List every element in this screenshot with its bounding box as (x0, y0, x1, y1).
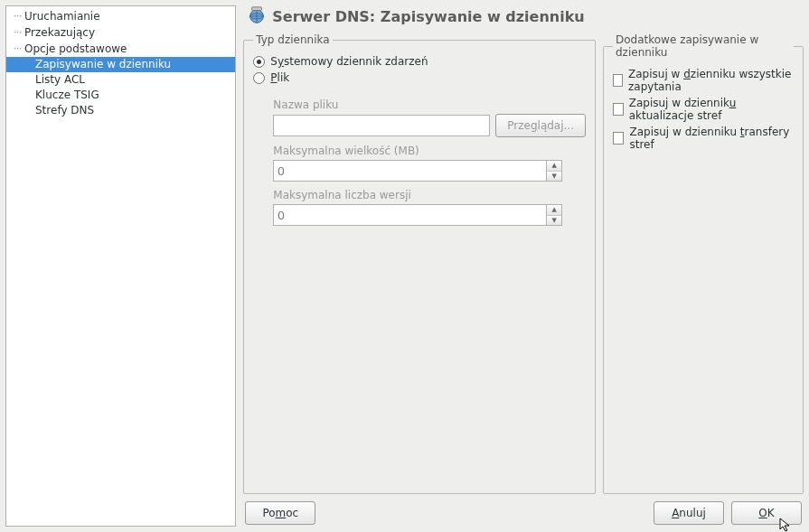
group-log-type-legend: Typ dziennika (253, 33, 332, 46)
check-log-queries[interactable] (613, 74, 623, 87)
dns-icon (247, 5, 267, 28)
radio-file-log-label: Plik (270, 71, 289, 84)
page-header: Serwer DNS: Zapisywanie w dzienniku (243, 5, 804, 33)
page-title: Serwer DNS: Zapisywanie w dzienniku (272, 8, 584, 25)
check-log-updates-label: Zapisuj w dzienniku aktualizacje stref (629, 97, 794, 122)
group-log-type: Typ dziennika Systemowy dziennik zdarzeń… (243, 33, 596, 494)
sidebar-item-tsig[interactable]: Klucze TSIG (6, 88, 235, 103)
input-max-size[interactable] (273, 160, 546, 182)
spin-max-size[interactable]: ▲▼ (273, 160, 562, 182)
sidebar-item-acl[interactable]: Listy ACL (6, 72, 235, 88)
group-additional-logging: Dodatkowe zapisywanie w dzienniku Zapisu… (603, 33, 804, 494)
ok-button[interactable]: OK (731, 501, 802, 525)
spin-max-versions-buttons[interactable]: ▲▼ (546, 204, 562, 226)
footer: Pomoc Anuluj OK (243, 494, 804, 527)
label-max-versions: Maksymalna liczba wersji (273, 189, 586, 201)
group-additional-legend: Dodatkowe zapisywanie w dzienniku (613, 33, 794, 59)
label-max-size: Maksymalna wielkość (MB) (273, 145, 586, 157)
svg-rect-2 (252, 7, 262, 11)
sidebar-item-basic-options[interactable]: Opcje podstawowe (6, 41, 235, 57)
nav-tree[interactable]: Uruchamianie Przekazujący Opcje podstawo… (5, 5, 236, 527)
spin-max-size-buttons[interactable]: ▲▼ (546, 160, 562, 182)
sidebar-item-forwarders[interactable]: Przekazujący (6, 24, 235, 41)
sidebar: Uruchamianie Przekazujący Opcje podstawo… (0, 0, 241, 532)
input-max-versions[interactable] (273, 204, 546, 226)
check-log-transfers-label: Zapisuj w dzienniku transfery stref (629, 126, 794, 151)
check-log-queries-label: Zapisuj w dzienniku wszystkie zapytania (628, 68, 794, 93)
check-log-updates[interactable] (613, 103, 624, 116)
label-filename: Nazwa pliku (273, 98, 586, 111)
browse-button[interactable]: Przeglądaj... (495, 114, 586, 137)
spin-max-versions[interactable]: ▲▼ (273, 204, 562, 226)
check-log-transfers[interactable] (613, 132, 624, 145)
sidebar-item-zones[interactable]: Strefy DNS (6, 103, 235, 118)
input-filename[interactable] (273, 115, 490, 136)
cancel-button[interactable]: Anuluj (654, 501, 724, 525)
radio-file-log[interactable] (253, 72, 265, 84)
sidebar-item-logging[interactable]: Zapisywanie w dzienniku (6, 57, 235, 72)
radio-system-log-label: Systemowy dziennik zdarzeń (270, 55, 428, 68)
radio-system-log[interactable] (253, 56, 265, 68)
help-button[interactable]: Pomoc (245, 501, 315, 525)
sidebar-item-start[interactable]: Uruchamianie (6, 8, 235, 24)
